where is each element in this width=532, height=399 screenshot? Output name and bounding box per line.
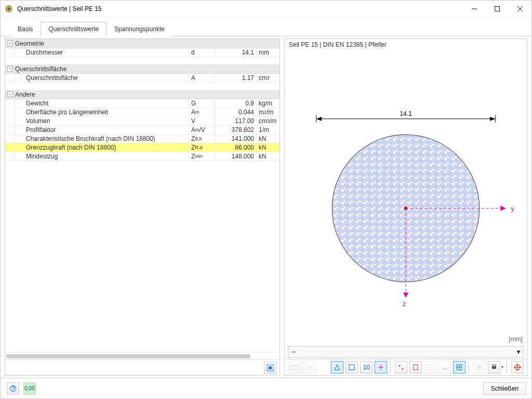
separator (390, 361, 391, 374)
svg-point-1 (8, 7, 10, 10)
values-button[interactable] (289, 361, 301, 374)
svg-point-27 (402, 368, 404, 369)
results-button[interactable] (303, 361, 316, 374)
help-icon: ? (9, 384, 17, 393)
collapse-icon[interactable]: − (7, 66, 13, 72)
show-values-button[interactable]: 100 (360, 361, 373, 374)
show-section-button[interactable] (331, 361, 343, 374)
left-footer (5, 360, 280, 375)
maximize-button[interactable] (490, 2, 504, 16)
svg-rect-7 (269, 366, 272, 369)
svg-rect-22 (349, 365, 354, 370)
dialog-footer: ? 0,00 Schließen (1, 378, 531, 398)
show-thinwalled-button[interactable] (424, 361, 436, 374)
window-title: Querschnittswerte | Seil PE 15 (17, 5, 467, 12)
stress-result-select[interactable]: -- ▾ (288, 346, 524, 357)
svg-rect-29 (428, 365, 432, 370)
preview-toolbar: 100 ▾ (285, 359, 527, 375)
collapse-icon[interactable]: − (7, 41, 13, 46)
svg-point-26 (399, 365, 401, 366)
cross-section-viewport[interactable]: 14.1 y z [mm] (285, 50, 527, 345)
svg-rect-21 (292, 365, 298, 369)
row-mindestzug[interactable]: Mindestzug Zmin 148.000 kN (5, 152, 280, 161)
titlebar: Querschnittswerte | Seil PE 15 (1, 1, 531, 17)
row-oberflaeche[interactable]: Oberfläche pro Längeneinheit Am 0.044 m2… (5, 108, 280, 117)
target-button[interactable] (511, 361, 524, 374)
group-andere[interactable]: − Andere (5, 90, 280, 99)
svg-marker-13 (316, 117, 322, 121)
export-icon (266, 364, 274, 372)
preview-panel: Seil PE 15 | DIN EN 12385 | Pfeifer 14.1 (284, 38, 527, 376)
separator (469, 361, 469, 374)
row-volumen[interactable]: Volumen V 117.00 cm3/m (5, 117, 280, 126)
units-button[interactable]: 0,00 (23, 382, 36, 395)
properties-grid[interactable]: − Geometrie Durchmesser d 14.1 mm − Quer… (5, 39, 280, 352)
row-gewicht[interactable]: Gewicht G 0.9 kg/m (5, 99, 280, 108)
row-querschnittsflaeche[interactable]: Querschnittsfläche A 1.17 cm2 (5, 74, 280, 83)
row-profilfaktor[interactable]: Profilfaktor Am/V 378.602 1/m (5, 126, 280, 135)
horizontal-scrollbar[interactable] (5, 352, 280, 360)
export-button[interactable] (264, 362, 276, 374)
properties-panel: − Geometrie Durchmesser d 14.1 mm − Quer… (5, 38, 280, 376)
show-weld-button[interactable] (438, 361, 451, 374)
svg-rect-28 (414, 365, 418, 370)
close-window-button[interactable] (513, 2, 527, 16)
row-durchmesser[interactable]: Durchmesser d 14.1 mm (5, 48, 280, 57)
show-stresspoints-button[interactable] (395, 361, 407, 374)
tab-spannungspunkte[interactable]: Spannungspunkte (107, 22, 172, 36)
svg-marker-17 (500, 206, 506, 211)
show-cparts-button[interactable] (409, 361, 422, 374)
show-dimensions-button[interactable] (345, 361, 358, 374)
print-button[interactable] (488, 361, 500, 374)
tab-basis[interactable]: Basis (10, 22, 41, 36)
preview-title: Seil PE 15 | DIN EN 12385 | Pfeifer (285, 39, 527, 50)
list-button[interactable] (473, 361, 486, 374)
svg-point-20 (404, 207, 407, 210)
svg-marker-19 (403, 292, 408, 298)
tab-querschnittswerte[interactable]: Querschnittswerte (41, 22, 107, 36)
row-grenzzugkraft[interactable]: Grenzzugkraft (nach DIN 18800) ZR,d 86.0… (5, 143, 280, 152)
units-label: 0,00 (24, 385, 34, 391)
dimension-label: 14.1 (400, 110, 412, 117)
svg-text:?: ? (11, 385, 15, 392)
show-axes-button[interactable] (375, 361, 387, 374)
tab-strip: Basis Querschnittswerte Spannungspunkte (1, 17, 531, 36)
svg-rect-3 (495, 6, 500, 11)
separator (507, 361, 507, 374)
svg-marker-14 (490, 117, 495, 121)
group-querschnittsflaeche[interactable]: − Querschnittsfläche (5, 64, 280, 74)
content-area: − Geometrie Durchmesser d 14.1 mm − Quer… (1, 36, 531, 378)
svg-text:100: 100 (363, 364, 370, 371)
close-button[interactable]: Schließen (483, 382, 526, 395)
help-button[interactable]: ? (7, 382, 19, 395)
show-grid-button[interactable] (453, 361, 466, 374)
collapse-icon[interactable]: − (7, 91, 13, 97)
row-bruchkraft[interactable]: Charakteristische Bruchkraft (nach DIN 1… (5, 135, 280, 143)
group-geometrie[interactable]: − Geometrie (5, 39, 280, 48)
viewport-unit: [mm] (509, 336, 523, 343)
chevron-down-icon: ▾ (517, 348, 520, 355)
svg-rect-33 (492, 366, 496, 369)
minimize-button[interactable] (467, 2, 482, 16)
axis-y-label: y (511, 205, 515, 212)
app-icon (5, 5, 13, 13)
svg-rect-34 (493, 365, 496, 366)
axis-z-label: z (403, 300, 406, 308)
cross-section-drawing: 14.1 y z (285, 50, 527, 345)
